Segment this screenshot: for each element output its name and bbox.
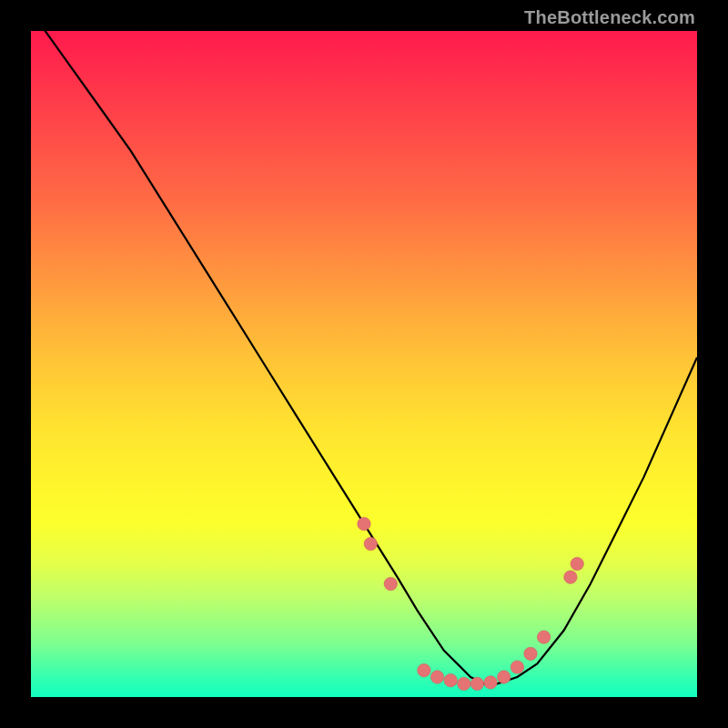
- data-points-group: [358, 518, 584, 691]
- data-point: [364, 537, 377, 550]
- data-point: [498, 671, 511, 683]
- data-point: [458, 677, 470, 690]
- data-point: [484, 676, 497, 689]
- data-point: [430, 671, 443, 683]
- data-point: [537, 631, 550, 643]
- data-point: [358, 518, 370, 531]
- bottleneck-curve: [31, 11, 697, 683]
- data-point: [511, 661, 523, 673]
- data-point: [524, 647, 537, 660]
- data-point: [571, 557, 583, 570]
- data-point: [470, 677, 483, 690]
- data-point: [444, 674, 457, 687]
- data-point: [564, 571, 577, 583]
- bottleneck-chart: [31, 31, 697, 697]
- watermark-text: TheBottleneck.com: [524, 7, 695, 28]
- data-point: [384, 577, 397, 590]
- data-point: [418, 664, 430, 677]
